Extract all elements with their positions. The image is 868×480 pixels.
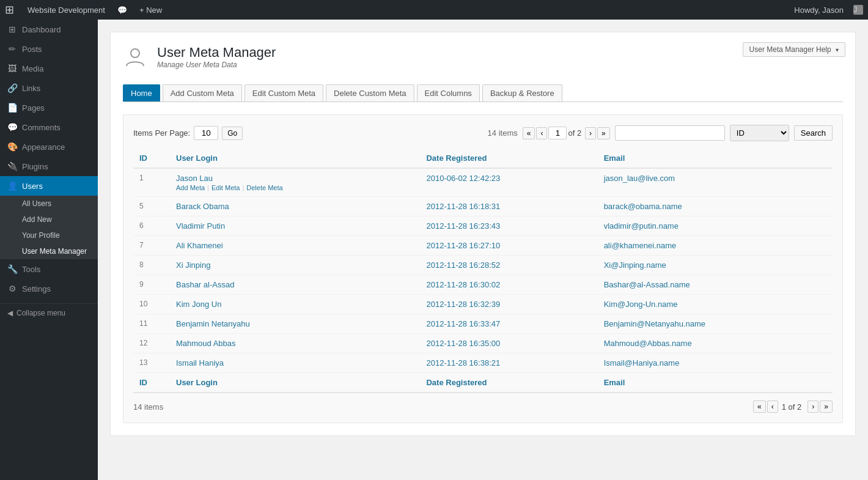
action-edit-meta[interactable]: Edit Meta — [211, 184, 240, 191]
row-user-login: Ismail Haniya — [170, 353, 420, 373]
tab-delete-custom-meta[interactable]: Delete Custom Meta — [326, 84, 414, 102]
search-field-select[interactable]: ID User Login Email — [730, 125, 789, 141]
go-button[interactable]: Go — [222, 127, 243, 140]
sidebar-item-posts[interactable]: ✏ Posts — [0, 39, 98, 59]
first-page-button-bottom[interactable]: « — [753, 401, 766, 413]
sidebar-item-users[interactable]: 👤 Users — [0, 176, 98, 196]
page-header: User Meta Manager Manage User Meta Data — [123, 45, 843, 75]
pages-icon: 📄 — [7, 103, 17, 113]
prev-page-button-bottom[interactable]: ‹ — [767, 401, 778, 413]
prev-page-button[interactable]: ‹ — [536, 127, 547, 139]
email-link[interactable]: Kim@Jong-Un.name — [604, 300, 678, 309]
col-footer-user-login[interactable]: User Login — [170, 373, 420, 393]
user-login-link[interactable]: Bashar al-Assad — [176, 280, 234, 289]
collapse-menu-button[interactable]: ◀ Collapse menu — [0, 303, 98, 322]
first-page-button[interactable]: « — [523, 127, 535, 139]
table-row: 12Mahmoud Abbas2012-11-28 16:35:00Mahmou… — [133, 334, 833, 353]
row-user-login: Mahmoud Abbas — [170, 334, 420, 353]
col-header-user-login[interactable]: User Login — [170, 149, 420, 168]
table-controls-top: Items Per Page: 10 Go 14 items « ‹ of 2 … — [133, 125, 833, 141]
user-login-link[interactable]: Jason Lau — [176, 174, 213, 183]
sidebar-item-links[interactable]: 🔗 Links — [0, 78, 98, 98]
sidebar-item-label: Dashboard — [22, 25, 61, 34]
tab-add-custom-meta[interactable]: Add Custom Meta — [163, 84, 242, 102]
next-page-button-bottom[interactable]: › — [807, 401, 818, 413]
new-item-button[interactable]: + New — [133, 0, 168, 20]
email-link[interactable]: Ismail@Haniya.name — [604, 358, 680, 367]
col-footer-id[interactable]: ID — [133, 373, 170, 393]
sidebar-item-comments[interactable]: 💬 Comments — [0, 117, 98, 137]
tab-home[interactable]: Home — [123, 84, 160, 102]
user-login-link[interactable]: Mahmoud Abbas — [176, 339, 236, 348]
comments-icon[interactable]: 💬 — [111, 0, 133, 20]
sidebar-item-your-profile[interactable]: Your Profile — [0, 227, 98, 243]
sidebar-item-appearance[interactable]: 🎨 Appearance — [0, 137, 98, 157]
tab-edit-custom-meta[interactable]: Edit Custom Meta — [245, 84, 323, 102]
col-header-id[interactable]: ID — [133, 149, 170, 168]
sidebar-item-all-users[interactable]: All Users — [0, 196, 98, 212]
sidebar-item-tools[interactable]: 🔧 Tools — [0, 259, 98, 279]
user-login-link[interactable]: Xi Jinping — [176, 260, 210, 270]
user-login-link[interactable]: Vladimir Putin — [176, 221, 225, 231]
nav-tabs: Home Add Custom Meta Edit Custom Meta De… — [123, 84, 843, 102]
svg-point-0 — [131, 49, 139, 57]
howdy-menu[interactable]: Howdy, Jason — [788, 6, 850, 15]
table-row: 13Ismail Haniya2012-11-28 16:38:21Ismail… — [133, 353, 833, 373]
help-arrow-icon: ▾ — [836, 46, 839, 53]
sidebar-item-add-new[interactable]: Add New — [0, 212, 98, 227]
site-name[interactable]: Website Development — [21, 0, 111, 20]
sidebar-item-settings[interactable]: ⚙ Settings — [0, 279, 98, 298]
last-page-button[interactable]: » — [597, 127, 610, 139]
email-link[interactable]: vladimir@putin.name — [604, 221, 679, 231]
sidebar-item-media[interactable]: 🖼 Media — [0, 59, 98, 78]
sidebar-item-label: Appearance — [22, 142, 65, 152]
col-header-date-registered[interactable]: Date Registered — [420, 149, 597, 168]
sidebar-item-plugins[interactable]: 🔌 Plugins — [0, 157, 98, 176]
next-page-button[interactable]: › — [585, 127, 596, 139]
row-user-login: Bashar al-Assad — [170, 275, 420, 295]
col-footer-email[interactable]: Email — [598, 373, 833, 393]
table-row: 11Benjamin Netanyahu2012-11-28 16:33:47B… — [133, 314, 833, 334]
search-input[interactable] — [615, 125, 725, 141]
email-link[interactable]: barack@obama.name — [604, 202, 682, 211]
row-id: 12 — [133, 334, 170, 353]
action-delete-meta[interactable]: Delete Meta — [246, 184, 282, 191]
user-login-link[interactable]: Ismail Haniya — [176, 358, 224, 367]
sidebar-item-pages[interactable]: 📄 Pages — [0, 98, 98, 117]
row-email: Bashar@al-Assad.name — [598, 275, 833, 295]
row-date-registered: 2012-11-28 16:35:00 — [420, 334, 597, 353]
page-of-label: of 2 — [568, 128, 581, 138]
last-page-button-bottom[interactable]: » — [820, 401, 833, 413]
sidebar-item-label: Media — [22, 64, 43, 73]
sidebar-item-user-meta-manager[interactable]: User Meta Manager — [0, 243, 98, 259]
items-per-page-control: Items Per Page: 10 Go — [133, 126, 243, 140]
user-login-link[interactable]: Barack Obama — [176, 202, 229, 211]
tab-backup-restore[interactable]: Backup & Restore — [482, 84, 562, 102]
email-link[interactable]: Benjamin@Netanyahu.name — [604, 319, 705, 328]
search-button[interactable]: Search — [794, 125, 833, 141]
comments-icon: 💬 — [7, 122, 17, 132]
items-per-page-input[interactable]: 10 — [194, 126, 218, 140]
email-link[interactable]: ali@khamenei.name — [604, 241, 677, 250]
email-link[interactable]: jason_lau@live.com — [604, 174, 675, 183]
help-button[interactable]: User Meta Manager Help ▾ — [743, 42, 845, 57]
col-footer-date-registered[interactable]: Date Registered — [420, 373, 597, 393]
wp-logo[interactable]: ⊞ — [5, 3, 14, 17]
action-add-meta[interactable]: Add Meta — [176, 184, 205, 191]
email-link[interactable]: Mahmoud@Abbas.name — [604, 339, 692, 348]
user-login-link[interactable]: Ali Khamenei — [176, 241, 223, 250]
tab-edit-columns[interactable]: Edit Columns — [417, 84, 480, 102]
avatar[interactable]: J — [853, 5, 863, 15]
row-email: barack@obama.name — [598, 197, 833, 216]
table-row: 6Vladimir Putin2012-11-28 16:23:43vladim… — [133, 216, 833, 236]
user-login-link[interactable]: Kim Jong Un — [176, 300, 221, 309]
dashboard-icon: ⊞ — [7, 24, 17, 34]
sidebar-item-dashboard[interactable]: ⊞ Dashboard — [0, 20, 98, 39]
row-date-registered: 2012-11-28 16:28:52 — [420, 256, 597, 275]
email-link[interactable]: Bashar@al-Assad.name — [604, 280, 690, 289]
row-id: 13 — [133, 353, 170, 373]
user-login-link[interactable]: Benjamin Netanyahu — [176, 319, 250, 328]
page-number-input[interactable] — [548, 127, 567, 139]
col-header-email[interactable]: Email — [598, 149, 833, 168]
email-link[interactable]: Xi@Jinping.name — [604, 260, 666, 270]
